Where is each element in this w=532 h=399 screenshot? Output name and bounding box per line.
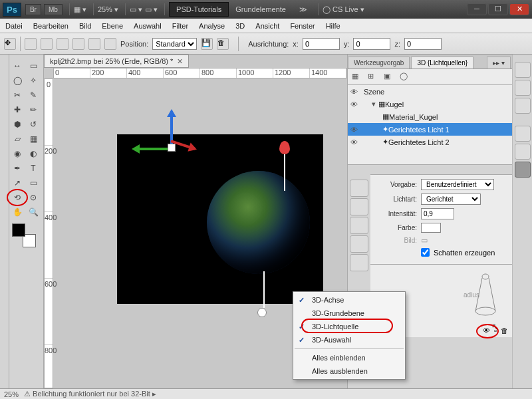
eyedropper-tool[interactable]: ✎ bbox=[25, 88, 41, 102]
menu-analyse[interactable]: Analyse bbox=[199, 22, 225, 30]
light-origin-tool[interactable] bbox=[350, 254, 368, 271]
minibridge-button[interactable]: Mb bbox=[44, 4, 63, 15]
ctx-alles-einblenden[interactable]: Alles einblenden bbox=[293, 351, 405, 364]
3d-mode-4[interactable] bbox=[72, 38, 84, 50]
canvas[interactable] bbox=[117, 134, 323, 304]
workspace-tab-grund[interactable]: Grundelemente bbox=[229, 3, 293, 16]
menu-hilfe[interactable]: Hilfe bbox=[326, 22, 340, 30]
arrange-icon[interactable]: ▭ ▾ bbox=[130, 5, 142, 14]
menu-bearbeiten[interactable]: Bearbeiten bbox=[33, 22, 68, 30]
z-input[interactable] bbox=[404, 38, 442, 50]
lichtart-select[interactable]: Gerichtet bbox=[421, 194, 481, 205]
zoom-tool[interactable]: 🔍 bbox=[25, 205, 41, 219]
scene-light-1[interactable]: 👁✦ Gerichtetes Licht 1 bbox=[348, 123, 512, 136]
panel-tab-toolpresets[interactable]: Werkzeugvorgab bbox=[348, 57, 410, 68]
menu-datei[interactable]: Datei bbox=[5, 22, 23, 30]
delete-light-icon[interactable]: 🗑 bbox=[501, 327, 508, 334]
light-pan-tool[interactable] bbox=[350, 198, 368, 215]
close-document-icon[interactable]: ✕ bbox=[177, 57, 183, 66]
menu-ebene[interactable]: Ebene bbox=[102, 22, 123, 30]
zoom-dropdown[interactable]: 25% ▾ bbox=[98, 5, 118, 14]
intens-input[interactable] bbox=[421, 208, 454, 219]
panel-flyout[interactable]: ▸▸ ▾ bbox=[487, 57, 511, 68]
menu-fenster[interactable]: Fenster bbox=[290, 22, 315, 30]
ruler-horizontal[interactable]: 0200400600800100012001400 bbox=[53, 68, 347, 78]
x-input[interactable] bbox=[303, 38, 340, 50]
3d-material-icon[interactable]: ▣ bbox=[384, 72, 394, 82]
ctx-3d-achse[interactable]: ✓3D-Achse bbox=[293, 293, 405, 307]
window-close[interactable]: ✕ bbox=[509, 3, 529, 15]
light-indicator-1[interactable] bbox=[279, 141, 290, 191]
3d-mode-2[interactable] bbox=[41, 38, 53, 50]
menu-filter[interactable]: Filter bbox=[172, 22, 188, 30]
eraser-tool[interactable]: ▱ bbox=[9, 132, 25, 146]
3d-light-icon[interactable]: ◯ bbox=[400, 72, 410, 82]
3d-mode-5[interactable] bbox=[88, 38, 100, 50]
3d-mode-3[interactable] bbox=[57, 38, 68, 50]
3d-rotate-tool[interactable]: ⟲ bbox=[9, 190, 25, 205]
layers-panel-icon[interactable] bbox=[515, 162, 531, 178]
hand-tool[interactable]: ✋ bbox=[9, 205, 25, 219]
scene-light-2[interactable]: 👁✦ Gerichtetes Licht 2 bbox=[348, 136, 512, 148]
menu-bild[interactable]: Bild bbox=[79, 22, 91, 30]
swatches-panel-icon[interactable] bbox=[515, 80, 531, 96]
ctx-alles-ausblenden[interactable]: Alles ausblenden bbox=[293, 364, 405, 378]
gradient-tool[interactable]: ▦ bbox=[25, 132, 41, 146]
styles-panel-icon[interactable] bbox=[515, 98, 531, 114]
adjustments-panel-icon[interactable] bbox=[515, 126, 531, 142]
panel-tab-3dlights[interactable]: 3D {Lichtquellen} bbox=[411, 57, 473, 68]
toggle-lights-icon[interactable]: 👁 bbox=[483, 327, 490, 334]
window-minimize[interactable]: ─ bbox=[467, 3, 487, 15]
status-zoom[interactable]: 25% bbox=[4, 390, 19, 398]
3d-mode-1[interactable] bbox=[25, 38, 37, 50]
window-maximize[interactable]: ☐ bbox=[488, 3, 508, 15]
workspace-more[interactable]: ≫ bbox=[293, 3, 314, 17]
y-input[interactable] bbox=[353, 38, 390, 50]
3d-scene-icon[interactable]: ▦ bbox=[352, 72, 362, 82]
bridge-button[interactable]: Br bbox=[25, 4, 41, 15]
path-tool[interactable]: ↗ bbox=[9, 176, 25, 190]
crop-tool[interactable]: ✂ bbox=[9, 88, 25, 102]
workspace-tab-psd[interactable]: PSD-Tutorials bbox=[169, 2, 229, 17]
delete-preset-icon[interactable]: 🗑 bbox=[217, 38, 229, 50]
pen-tool[interactable]: ✒ bbox=[9, 161, 25, 176]
menu-auswahl[interactable]: Auswahl bbox=[134, 22, 162, 30]
earth-sphere[interactable] bbox=[207, 171, 310, 274]
schatten-checkbox[interactable] bbox=[421, 248, 430, 257]
3d-camera-tool[interactable]: ⊙ bbox=[25, 190, 41, 205]
light-point-tool[interactable] bbox=[350, 235, 368, 253]
menu-ansicht[interactable]: Ansicht bbox=[255, 22, 279, 30]
menu-3d[interactable]: 3D bbox=[235, 22, 245, 30]
scene-kugel[interactable]: 👁▾▦ Kugel bbox=[348, 98, 512, 110]
light-slide-tool[interactable] bbox=[350, 217, 368, 234]
scene-root[interactable]: 👁Szene bbox=[348, 85, 512, 98]
axis-origin[interactable] bbox=[168, 144, 176, 152]
ctx-3d-lichtquelle[interactable]: ✓3D-Lichtquelle bbox=[293, 320, 405, 333]
fg-color[interactable] bbox=[12, 223, 25, 237]
document-tab[interactable]: kplj2th2.bmp bei 25% (Erde, RGB/8) * ✕ bbox=[44, 55, 189, 68]
position-select[interactable]: Standard bbox=[152, 38, 197, 50]
view-tools-icon[interactable]: ▦ ▾ bbox=[74, 5, 86, 14]
dodge-tool[interactable]: ◐ bbox=[25, 146, 41, 161]
tool-preset-icon[interactable]: ✥ bbox=[4, 38, 16, 50]
type-tool[interactable]: T bbox=[25, 161, 41, 176]
3d-mode-6[interactable] bbox=[104, 38, 116, 50]
light-rotate-tool[interactable] bbox=[350, 180, 368, 197]
brush-tool[interactable]: ✏ bbox=[25, 102, 41, 117]
wand-tool[interactable]: ✧ bbox=[25, 73, 41, 88]
history-tool[interactable]: ↺ bbox=[25, 117, 41, 132]
heal-tool[interactable]: ✚ bbox=[9, 102, 25, 117]
move-tool[interactable]: ↔ bbox=[9, 59, 25, 73]
axis-x[interactable] bbox=[134, 148, 170, 150]
stamp-tool[interactable]: ⬢ bbox=[9, 117, 25, 132]
3d-mesh-icon[interactable]: ⊞ bbox=[368, 72, 378, 82]
light-indicator-2[interactable] bbox=[261, 271, 267, 317]
save-preset-icon[interactable]: 💾 bbox=[201, 38, 213, 50]
screen-mode-icon[interactable]: ▭ ▾ bbox=[145, 5, 158, 14]
color-swatches[interactable] bbox=[12, 223, 36, 247]
ruler-vertical[interactable]: 0200400600800 bbox=[44, 78, 53, 388]
farbe-swatch[interactable] bbox=[421, 223, 441, 233]
lasso-tool[interactable]: ◯ bbox=[9, 73, 25, 88]
shape-tool[interactable]: ▭ bbox=[25, 176, 41, 190]
cslive-button[interactable]: ◯ CS Live ▾ bbox=[323, 5, 364, 14]
